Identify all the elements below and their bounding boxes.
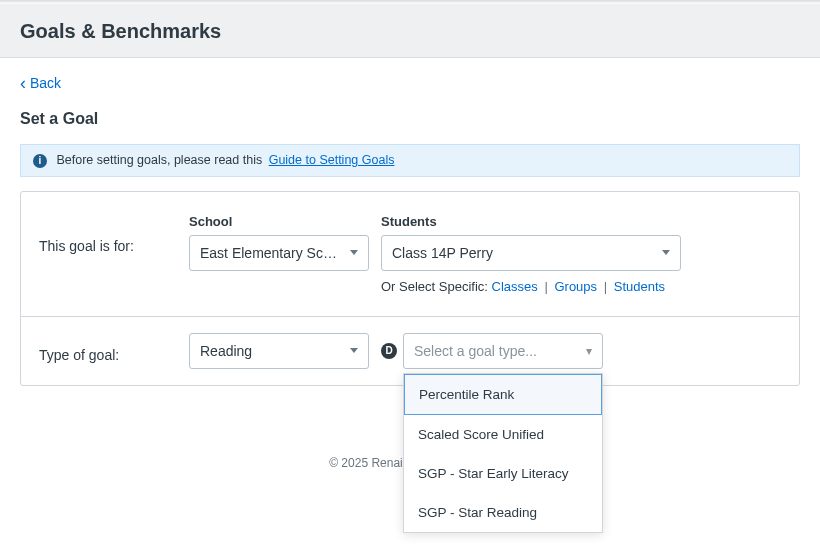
students-select[interactable]: Class 14P Perry xyxy=(381,235,681,271)
school-field-label: School xyxy=(189,214,369,229)
guide-link[interactable]: Guide to Setting Goals xyxy=(269,153,395,167)
chevron-down-icon xyxy=(350,250,358,255)
type-field-group: Reading D Select a goal type... ▾ Percen… xyxy=(189,333,603,369)
chevron-down-icon xyxy=(350,348,358,353)
separator: | xyxy=(544,279,547,294)
back-link-label: Back xyxy=(30,75,61,91)
goal-type-select[interactable]: Select a goal type... ▾ xyxy=(403,333,603,369)
separator: | xyxy=(604,279,607,294)
back-link[interactable]: ‹ Back xyxy=(20,74,61,92)
students-select-value: Class 14P Perry xyxy=(392,245,493,261)
school-select-value: East Elementary Sch... xyxy=(200,245,342,261)
goal-type-option[interactable]: SGP - Star Early Literacy xyxy=(404,454,602,493)
content-area: ‹ Back Set a Goal i Before setting goals… xyxy=(0,58,820,470)
classes-link[interactable]: Classes xyxy=(492,279,538,294)
page-title: Goals & Benchmarks xyxy=(20,20,800,43)
chevron-down-icon: ▾ xyxy=(586,344,592,358)
goal-type-option[interactable]: SGP - Star Reading xyxy=(404,493,602,532)
section-title: Set a Goal xyxy=(20,110,800,128)
goal-type-wrapper: D Select a goal type... ▾ Percentile Ran… xyxy=(381,333,603,369)
goal-type-option[interactable]: Percentile Rank xyxy=(404,374,602,415)
goal-type-option[interactable]: Scaled Score Unified xyxy=(404,415,602,454)
info-icon: i xyxy=(33,154,47,168)
school-field: School East Elementary Sch... xyxy=(189,214,369,294)
students-field-label: Students xyxy=(381,214,681,229)
page-header: Goals & Benchmarks xyxy=(0,4,820,58)
subject-select[interactable]: Reading xyxy=(189,333,369,369)
students-link[interactable]: Students xyxy=(614,279,665,294)
chevron-left-icon: ‹ xyxy=(20,74,26,92)
goal-type-dropdown: Percentile Rank Scaled Score Unified SGP… xyxy=(403,373,603,533)
subject-select-value: Reading xyxy=(200,343,252,359)
goal-form-box: This goal is for: School East Elementary… xyxy=(20,191,800,386)
groups-link[interactable]: Groups xyxy=(554,279,597,294)
info-banner: i Before setting goals, please read this… xyxy=(20,144,800,177)
info-banner-text: Before setting goals, please read this xyxy=(56,153,262,167)
d-badge-icon: D xyxy=(381,343,397,359)
goal-type-row: Type of goal: Reading D Select a goal ty… xyxy=(21,316,799,385)
school-select[interactable]: East Elementary Sch... xyxy=(189,235,369,271)
chevron-down-icon xyxy=(662,250,670,255)
row-label-type: Type of goal: xyxy=(39,339,189,363)
specific-links-prefix: Or Select Specific: xyxy=(381,279,488,294)
row-label-scope: This goal is for: xyxy=(39,214,189,254)
goal-scope-row: This goal is for: School East Elementary… xyxy=(21,192,799,316)
specific-links: Or Select Specific: Classes | Groups | S… xyxy=(381,279,681,294)
scope-field-group: School East Elementary Sch... Students C… xyxy=(189,214,681,294)
students-field: Students Class 14P Perry Or Select Speci… xyxy=(381,214,681,294)
goal-type-placeholder: Select a goal type... xyxy=(414,343,537,359)
